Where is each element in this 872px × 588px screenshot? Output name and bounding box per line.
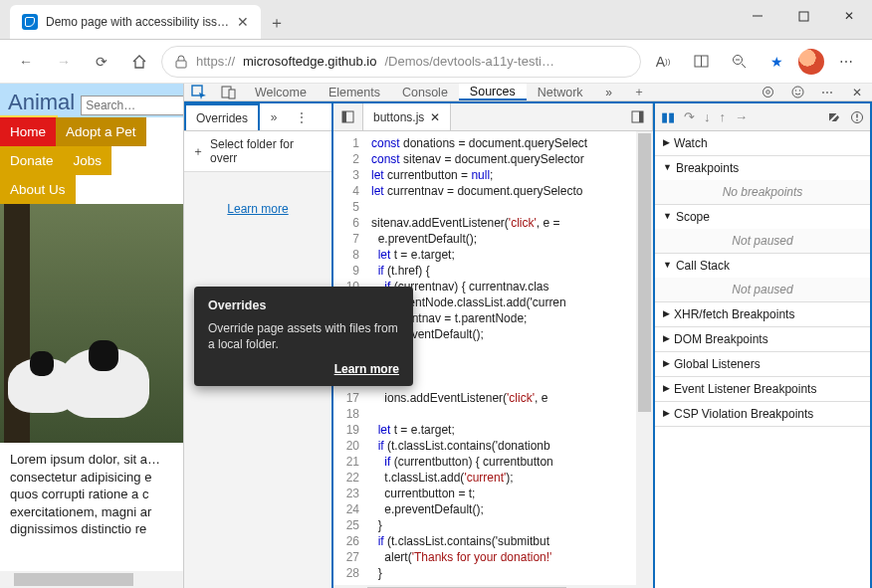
add-tab-button[interactable]: ＋ (624, 84, 654, 100)
read-aloud-button[interactable]: A)) (647, 46, 679, 78)
pause-button[interactable]: ▮▮ (661, 109, 675, 124)
svg-point-13 (792, 87, 803, 98)
site-search-input[interactable] (81, 96, 183, 115)
step-over-button[interactable]: ↷ (684, 109, 695, 124)
zoom-button[interactable] (723, 46, 755, 78)
select-folder-button[interactable]: ＋ Select folder for overr (184, 131, 331, 172)
refresh-button[interactable]: ⟳ (86, 46, 117, 78)
nav-about[interactable]: About Us (0, 175, 76, 204)
close-tab-icon[interactable]: ✕ (237, 14, 249, 30)
svg-rect-17 (342, 111, 346, 122)
favorite-button[interactable]: ★ (761, 46, 792, 78)
pause-on-exceptions-button[interactable] (850, 110, 864, 124)
section-global[interactable]: ▶Global Listeners (655, 352, 870, 376)
svg-rect-23 (856, 119, 857, 121)
section-csp[interactable]: ▶CSP Violation Breakpoints (655, 402, 870, 426)
section-dom[interactable]: ▶DOM Breakpoints (655, 327, 870, 351)
url-input[interactable]: https://microsoftedge.github.io/Demos/de… (161, 46, 641, 78)
tab-welcome[interactable]: Welcome (244, 84, 318, 100)
svg-rect-1 (799, 12, 808, 21)
deactivate-breakpoints-button[interactable] (827, 110, 841, 124)
tooltip-body: Override page assets with files from a l… (208, 320, 399, 352)
section-event[interactable]: ▶Event Listener Breakpoints (655, 377, 870, 401)
site-nav: Home Adopt a Pet Donate Jobs About Us (0, 117, 183, 204)
back-button[interactable]: ← (10, 46, 42, 78)
navigator-tab-overrides[interactable]: Overrides (184, 103, 260, 130)
hero-image (0, 204, 183, 443)
editor-detach-button[interactable] (623, 103, 653, 130)
tab-console[interactable]: Console (391, 84, 459, 100)
devtools-close-button[interactable]: ✕ (842, 84, 872, 100)
reading-view-button[interactable] (685, 46, 717, 78)
profile-avatar[interactable] (798, 49, 824, 75)
tab-elements[interactable]: Elements (318, 84, 391, 100)
navigator-more-button[interactable]: » (260, 103, 288, 130)
callstack-empty: Not paused (655, 278, 870, 301)
section-xhr[interactable]: ▶XHR/fetch Breakpoints (655, 302, 870, 326)
debugger-pane: ▮▮ ↷ ↓ ↑ → ▶Watch ▼Breakpoints No breakp… (655, 103, 872, 588)
plus-icon: ＋ (192, 143, 204, 160)
close-icon[interactable]: ✕ (430, 110, 440, 124)
step-button[interactable]: → (735, 109, 748, 124)
page-body-text: Lorem ipsum dolor, sit a… consectetur ad… (0, 443, 183, 546)
step-out-button[interactable]: ↑ (720, 109, 727, 124)
address-bar: ← → ⟳ https://microsoftedge.github.io/De… (0, 40, 872, 84)
svg-rect-10 (229, 90, 235, 98)
tooltip-title: Overrides (208, 298, 399, 312)
svg-point-15 (798, 90, 799, 91)
inspect-element-button[interactable] (184, 84, 214, 100)
tooltip-learn-more-link[interactable]: Learn more (208, 362, 399, 376)
svg-point-11 (763, 88, 772, 98)
more-tabs-button[interactable]: » (594, 84, 624, 100)
editor-v-scrollbar[interactable] (636, 131, 653, 588)
editor-nav-toggle[interactable] (333, 103, 363, 130)
section-watch[interactable]: ▶Watch (655, 131, 870, 155)
url-host: microsoftedge.github.io (243, 54, 376, 69)
scope-empty: Not paused (655, 229, 870, 253)
section-breakpoints[interactable]: ▼Breakpoints (655, 156, 870, 180)
section-callstack[interactable]: ▼Call Stack (655, 254, 870, 278)
nav-home[interactable]: Home (0, 117, 56, 146)
section-scope[interactable]: ▼Scope (655, 205, 870, 229)
editor-tab-label: buttons.js (373, 110, 424, 124)
page-viewport: Animal Home Adopt a Pet Donate Jobs Abou… (0, 84, 183, 588)
tab-network[interactable]: Network (527, 84, 594, 100)
home-button[interactable] (123, 46, 155, 78)
debugger-toolbar: ▮▮ ↷ ↓ ↑ → (655, 103, 870, 131)
devtools-menu-button[interactable]: ⋯ (812, 84, 842, 100)
navigator-menu-button[interactable]: ⋮ (288, 103, 316, 130)
nav-donate[interactable]: Donate (0, 146, 64, 175)
step-into-button[interactable]: ↓ (704, 109, 711, 124)
page-favicon-icon (22, 14, 38, 30)
window-maximize-button[interactable] (780, 0, 826, 32)
select-folder-label: Select folder for overr (210, 137, 324, 165)
url-path: /Demos/devtools-a11y-testi… (384, 54, 554, 69)
device-emulation-button[interactable] (214, 84, 244, 100)
overrides-tooltip: Overrides Override page assets with file… (194, 287, 413, 386)
svg-point-14 (794, 90, 795, 91)
window-close-button[interactable]: ✕ (826, 0, 872, 32)
forward-button[interactable]: → (48, 46, 80, 78)
svg-rect-2 (176, 61, 186, 68)
svg-point-12 (765, 91, 768, 94)
site-info-icon[interactable] (174, 55, 188, 69)
browser-tab[interactable]: Demo page with accessibility iss… ✕ (10, 5, 261, 39)
settings-button[interactable] (753, 84, 782, 100)
url-prefix: https:// (196, 54, 235, 69)
nav-adopt[interactable]: Adopt a Pet (56, 117, 146, 146)
svg-rect-22 (856, 113, 857, 117)
nav-jobs[interactable]: Jobs (64, 146, 112, 175)
window-minimize-button[interactable] (735, 0, 780, 32)
editor-tab-buttons-js[interactable]: buttons.js ✕ (363, 103, 451, 130)
window-titlebar: Demo page with accessibility iss… ✕ ＋ ✕ (0, 0, 872, 40)
feedback-button[interactable] (782, 84, 812, 100)
breakpoints-empty: No breakpoints (655, 180, 870, 204)
svg-line-6 (742, 64, 746, 68)
more-button[interactable]: ⋯ (830, 46, 862, 78)
page-h-scrollbar[interactable] (0, 571, 183, 588)
tab-sources[interactable]: Sources (459, 84, 527, 100)
svg-rect-19 (639, 111, 643, 122)
site-logo: Animal (8, 90, 75, 115)
new-tab-button[interactable]: ＋ (261, 7, 293, 39)
navigator-learn-more-link[interactable]: Learn more (227, 202, 288, 216)
